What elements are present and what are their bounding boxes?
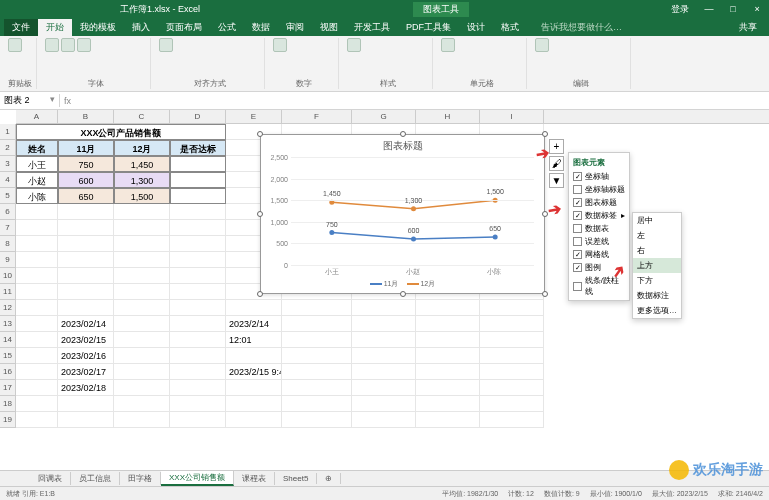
cell[interactable] [282,300,352,316]
cell[interactable] [16,412,58,428]
cell[interactable] [352,380,416,396]
bold-icon[interactable] [61,38,75,52]
cell[interactable] [352,332,416,348]
cell[interactable] [170,380,226,396]
cell[interactable]: 750 [58,156,114,172]
chart-styles-button[interactable]: 🖌 [549,156,564,171]
cell[interactable] [114,252,170,268]
cell[interactable] [170,348,226,364]
tab-design[interactable]: 设计 [459,19,493,36]
cell[interactable] [58,220,114,236]
cell[interactable]: 2023/02/18 [58,380,114,396]
checkbox-icon[interactable] [573,224,582,233]
cell[interactable] [170,316,226,332]
cell[interactable] [480,332,544,348]
element-item[interactable]: ✓数据标签▸ [571,209,627,222]
styles-icon[interactable] [347,38,361,52]
row-header[interactable]: 13 [0,316,16,332]
cell[interactable] [114,348,170,364]
cell[interactable] [480,364,544,380]
submenu-item[interactable]: 上方 [633,258,681,273]
cell[interactable] [114,284,170,300]
row-header[interactable]: 9 [0,252,16,268]
cell[interactable] [352,364,416,380]
cell[interactable] [114,316,170,332]
tab-format[interactable]: 格式 [493,19,527,36]
tab-my-templates[interactable]: 我的模板 [72,19,124,36]
cell[interactable] [16,332,58,348]
cell[interactable] [480,300,544,316]
cells-icon[interactable] [441,38,455,52]
cell[interactable] [114,380,170,396]
cell[interactable] [58,268,114,284]
cell[interactable] [282,348,352,364]
checkbox-icon[interactable]: ✓ [573,250,582,259]
cell[interactable] [114,364,170,380]
element-item[interactable]: ✓网格线 [571,248,627,261]
cell[interactable] [416,332,480,348]
row-header[interactable]: 1 [0,124,16,140]
col-header[interactable]: H [416,110,480,123]
font-icon[interactable] [45,38,59,52]
cell[interactable] [282,380,352,396]
cell[interactable] [416,300,480,316]
cell[interactable] [58,204,114,220]
cell[interactable] [114,236,170,252]
cell[interactable] [480,316,544,332]
sheet-tab[interactable]: 田字格 [120,472,161,485]
cell[interactable] [16,348,58,364]
cell[interactable]: 是否达标 [170,140,226,156]
cell[interactable] [416,380,480,396]
maximize-button[interactable]: □ [721,4,745,14]
tab-review[interactable]: 审阅 [278,19,312,36]
element-item[interactable]: 数据表 [571,222,627,235]
cell[interactable] [16,252,58,268]
row-header[interactable]: 15 [0,348,16,364]
cell[interactable] [58,300,114,316]
cell[interactable] [16,204,58,220]
row-header[interactable]: 8 [0,236,16,252]
checkbox-icon[interactable]: ✓ [573,172,582,181]
chart-filter-button[interactable]: ▼ [549,173,564,188]
cell[interactable] [226,300,282,316]
paste-icon[interactable] [8,38,22,52]
row-header[interactable]: 14 [0,332,16,348]
chart-title[interactable]: 图表标题 [261,135,544,157]
checkbox-icon[interactable] [573,282,582,291]
row-header[interactable]: 5 [0,188,16,204]
cell[interactable] [16,220,58,236]
cell[interactable] [282,316,352,332]
editing-icon[interactable] [535,38,549,52]
cell[interactable] [226,380,282,396]
cell[interactable]: 2023/02/16 [58,348,114,364]
cell[interactable] [416,412,480,428]
cell[interactable] [114,268,170,284]
cell[interactable] [170,236,226,252]
cell[interactable] [16,316,58,332]
col-header[interactable]: E [226,110,282,123]
submenu-item[interactable]: 下方 [633,273,681,288]
cell[interactable] [114,332,170,348]
cell[interactable] [58,236,114,252]
cell[interactable] [114,204,170,220]
cell[interactable] [226,412,282,428]
cell[interactable]: XXX公司产品销售额 [16,124,226,140]
cell[interactable]: 12月 [114,140,170,156]
cell[interactable] [16,236,58,252]
cell[interactable] [416,396,480,412]
cell[interactable] [282,412,352,428]
row-header[interactable]: 6 [0,204,16,220]
cell[interactable]: 姓名 [16,140,58,156]
cell[interactable]: 11月 [58,140,114,156]
col-header[interactable]: A [16,110,58,123]
cell[interactable] [480,396,544,412]
cell[interactable] [16,268,58,284]
cell[interactable] [282,396,352,412]
cell[interactable] [416,348,480,364]
col-header[interactable]: D [170,110,226,123]
cell[interactable]: 小王 [16,156,58,172]
sheet-tab[interactable]: XXX公司销售额 [161,471,234,486]
cell[interactable] [114,412,170,428]
cell[interactable]: 650 [58,188,114,204]
row-header[interactable]: 3 [0,156,16,172]
